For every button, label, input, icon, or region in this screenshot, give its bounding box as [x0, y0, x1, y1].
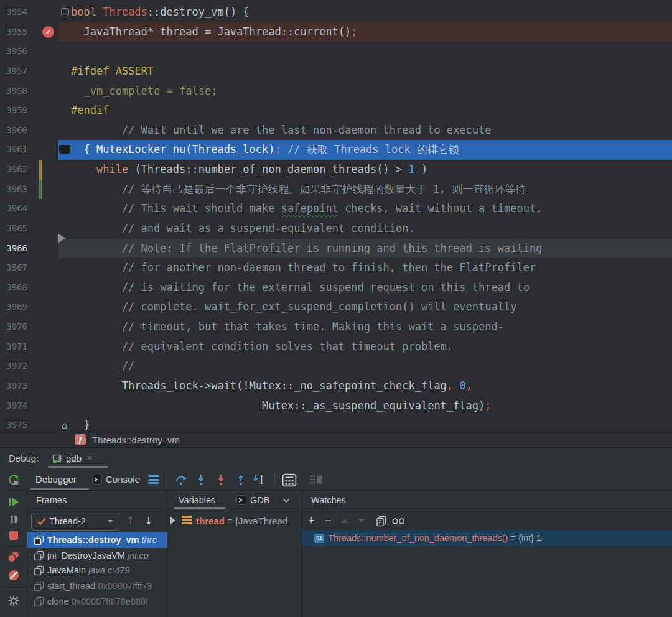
- stop-program-icon[interactable]: [7, 529, 20, 542]
- move-down-icon[interactable]: [358, 519, 365, 523]
- line-number: 3966: [0, 239, 27, 259]
- line-number: 3958: [0, 81, 27, 101]
- frame-function-name: jni_DestroyJavaVM: [47, 550, 125, 560]
- thread-selector[interactable]: Thread-2: [31, 513, 119, 531]
- fold-minus-icon[interactable]: −: [61, 8, 69, 16]
- line-number: 3963: [0, 180, 27, 200]
- code-line-3969[interactable]: 3969 // complete. wait_for_ext_suspend_c…: [0, 297, 672, 317]
- panel-divider[interactable]: [302, 491, 302, 617]
- frame-location: thre: [139, 535, 157, 545]
- next-frame-button[interactable]: ↓: [144, 514, 152, 528]
- frame-row[interactable]: start_thread 0x00007ffff73: [27, 578, 167, 594]
- frame-location: jni.cp: [125, 550, 149, 560]
- frame-row[interactable]: JavaMain java.c:479: [27, 563, 167, 578]
- home-icon: ⌂: [62, 417, 68, 432]
- breadcrumb-function-name[interactable]: Threads::destroy_vm: [92, 432, 180, 448]
- thread-checkmark-icon: [37, 517, 47, 526]
- frame-function-name: clone: [47, 596, 69, 606]
- tab-console[interactable]: Console: [106, 468, 140, 490]
- pause-program-icon[interactable]: [7, 513, 20, 526]
- frame-row[interactable]: Threads::destroy_vm thre: [27, 532, 167, 548]
- line-highlight: [58, 101, 672, 121]
- watches-panel: Watches + − 01 Threads::number_of_non_da…: [302, 491, 672, 617]
- watch-row[interactable]: 01 Threads::number_of_non_daemon_threads…: [302, 530, 672, 547]
- step-into-icon[interactable]: [195, 473, 207, 486]
- variable-type-icon: [182, 516, 192, 525]
- code-line-3974[interactable]: 3974 Mutex::_as_suspend_equivalent_flag)…: [0, 396, 672, 416]
- previous-frame-button[interactable]: ↑: [126, 514, 134, 528]
- code-line-3955[interactable]: 3955✓ JavaThread* thread = JavaThread::c…: [0, 22, 672, 42]
- code-line-3971[interactable]: 3971 // equivalent condition solves that…: [0, 337, 672, 357]
- code-editor[interactable]: 3954−bool Threads::destroy_vm() {3955✓ J…: [0, 0, 672, 432]
- code-line-3962[interactable]: 3962 while (Threads::number_of_non_daemo…: [0, 160, 672, 180]
- line-number: 3959: [0, 101, 27, 121]
- breakpoint-icon[interactable]: ✓: [42, 26, 54, 38]
- variable-name: thread: [196, 516, 225, 526]
- move-up-icon[interactable]: [341, 519, 348, 523]
- settings-gear-icon[interactable]: [7, 595, 20, 607]
- code-line-3970[interactable]: 3970 // timeout, but that takes time. Ma…: [0, 317, 672, 337]
- tab-gdb-output[interactable]: GDB: [250, 491, 269, 509]
- expand-arrow-icon[interactable]: [170, 517, 175, 524]
- line-number: 3955: [0, 22, 27, 42]
- watch-type: {int}: [518, 533, 534, 543]
- code-text: // Wait until we are the last non-daemon…: [71, 121, 492, 141]
- add-watch-button[interactable]: +: [308, 513, 315, 529]
- run-to-cursor-icon[interactable]: [253, 473, 265, 486]
- code-line-3963[interactable]: 3963 // 等待自己是最后一个非守护线程。如果非守护线程的数量大于 1, 则…: [0, 180, 672, 200]
- line-number: 3965: [0, 219, 27, 239]
- code-text: _vm_complete = false;: [71, 81, 217, 101]
- code-text: Mutex::_as_suspend_equivalent_flag);: [71, 396, 492, 416]
- view-breakpoints-icon[interactable]: [7, 550, 20, 564]
- code-line-3972[interactable]: 3972 //: [0, 356, 672, 376]
- code-line-3968[interactable]: 3968 // is waiting for the external susp…: [0, 278, 672, 298]
- view-options-icon[interactable]: [148, 475, 159, 486]
- code-line-3958[interactable]: 3958 _vm_complete = false;: [0, 81, 672, 101]
- debug-label: Debug:: [9, 448, 39, 468]
- code-line-3975[interactable]: 3975⌂ }: [0, 415, 672, 432]
- code-line-3954[interactable]: 3954−bool Threads::destroy_vm() {: [0, 2, 672, 22]
- resume-program-icon[interactable]: [7, 496, 20, 508]
- code-text: #ifdef ASSERT: [71, 62, 154, 81]
- code-line-3967[interactable]: 3967 // for another non-daemon thread to…: [0, 258, 672, 278]
- code-line-3966[interactable]: 3966 // Note: If the FlatProfiler is run…: [0, 239, 672, 259]
- show-watches-glasses-icon[interactable]: [392, 517, 406, 525]
- chevron-down-icon[interactable]: [282, 498, 290, 503]
- code-text: // and wait as a suspend-equivalent cond…: [71, 219, 415, 239]
- fold-dark-icon[interactable]: −: [59, 145, 70, 154]
- remove-watch-button[interactable]: −: [325, 513, 332, 529]
- line-number: 3961: [0, 140, 27, 160]
- equals-sign: =: [508, 533, 518, 543]
- rerun-debug-icon[interactable]: [7, 474, 20, 486]
- code-line-3957[interactable]: 3957#ifdef ASSERT: [0, 62, 672, 81]
- code-line-3956[interactable]: 3956: [0, 42, 672, 62]
- frame-row[interactable]: clone 0x00007ffff78e888f: [27, 594, 167, 610]
- layout-settings-icon[interactable]: [309, 473, 323, 486]
- variable-row[interactable]: thread = {JavaThread: [167, 513, 302, 529]
- code-line-3961[interactable]: 3961− { MutexLocker nu(Threads_lock); //…: [0, 140, 672, 160]
- mute-breakpoints-icon[interactable]: [7, 569, 20, 582]
- code-line-3973[interactable]: 3973 Threads_lock->wait(!Mutex::_no_safe…: [0, 376, 672, 396]
- evaluate-expression-icon[interactable]: [282, 473, 297, 487]
- code-line-3959[interactable]: 3959#endif: [0, 101, 672, 121]
- stack-frame-icon: [34, 565, 44, 576]
- code-line-3965[interactable]: 3965 // and wait as a suspend-equivalent…: [0, 219, 672, 239]
- chevron-down-icon: [108, 520, 113, 523]
- line-number: 3960: [0, 121, 27, 141]
- panel-divider[interactable]: [167, 491, 167, 617]
- line-number: 3954: [0, 2, 27, 22]
- code-text: // 等待自己是最后一个非守护线程。如果非守护线程的数量大于 1, 则一直循环等…: [71, 180, 526, 200]
- step-over-icon[interactable]: [175, 473, 187, 486]
- code-line-3960[interactable]: 3960 // Wait until we are the last non-d…: [0, 121, 672, 141]
- divider: [4, 545, 24, 546]
- frame-text: start_thread 0x00007ffff73: [47, 578, 152, 594]
- step-out-icon[interactable]: [235, 473, 247, 486]
- code-text: Threads_lock->wait(!Mutex::_no_safepoint…: [71, 376, 472, 396]
- code-line-3964[interactable]: 3964 // This wait should make safepoint …: [0, 199, 672, 219]
- frame-row[interactable]: jni_DestroyJavaVM jni.cp: [27, 548, 167, 564]
- frame-location: java.c:479: [86, 565, 129, 575]
- tab-debugger[interactable]: Debugger: [35, 468, 77, 490]
- frame-location: 0x00007ffff73: [95, 581, 152, 591]
- duplicate-watch-icon[interactable]: [376, 516, 387, 527]
- force-step-into-icon[interactable]: [215, 473, 227, 486]
